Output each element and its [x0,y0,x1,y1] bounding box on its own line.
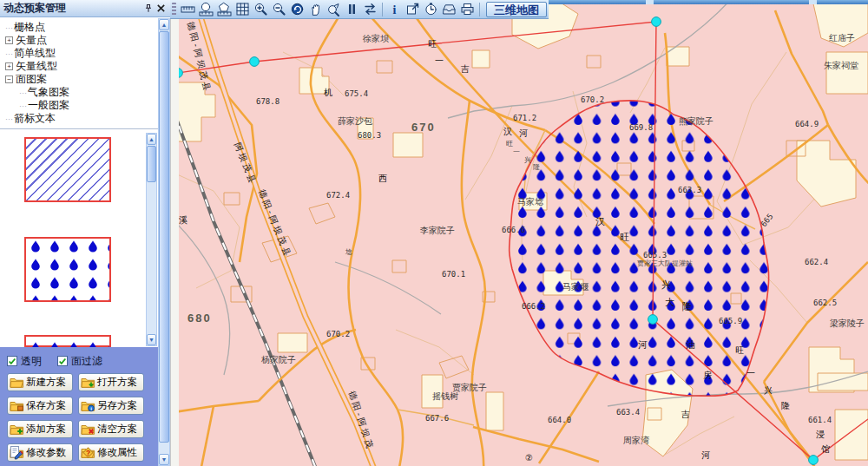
tree-item-4[interactable]: +矢量线型 [0,60,158,73]
expand-icon[interactable]: + [5,62,13,70]
measure-circle-button[interactable] [197,1,215,18]
map-3d-button[interactable]: 三维地图 [486,2,547,17]
swatch-scrollbar[interactable]: ▲ ▼ [146,133,157,346]
plan-button-2[interactable]: 打开方案 [78,373,144,391]
measure-ruler-button[interactable] [179,1,197,18]
check-icon [8,357,16,366]
map-label: 旺 [506,140,513,148]
add-plan-folder-icon [10,422,24,436]
tree-item-6[interactable]: ···气象图案 [0,86,158,99]
print-icon [460,2,475,16]
map-label: 埝 [345,248,352,256]
map-label: 房 [703,371,712,380]
vertex-handle[interactable] [648,315,658,325]
measure-polygon-button[interactable] [215,1,233,18]
plan-button-5[interactable]: 添加方案 [7,420,73,438]
building-block [826,52,868,94]
export-icon [405,2,420,16]
plan-button-label: 修改参数 [26,446,66,459]
collapse-icon[interactable]: − [5,75,13,83]
sidebar-scrollbar[interactable]: ▲ ▼ [158,18,170,466]
toolbar-grip-handle[interactable] [172,3,176,16]
tree-item-5[interactable]: −面图案 [0,73,158,86]
plan-button-6[interactable]: 清空方案 [78,420,144,438]
partial-pattern-swatch[interactable] [24,335,111,347]
map-label: 隆 [781,401,790,410]
grid-icon [235,2,250,16]
map-label: 旺 [428,39,437,49]
swatch-scroll-thumb[interactable] [147,146,156,182]
tree-connector: ··· [19,89,27,97]
swap-refresh-button[interactable] [361,1,379,18]
measure-polygon-icon [217,2,232,16]
map-label: 吉 [681,410,690,419]
open-plan-folder-icon [81,375,95,390]
close-icon[interactable] [155,3,167,15]
tree-item-2[interactable]: +矢量点 [0,34,158,47]
saveas-plan-folder-icon: i [81,398,95,413]
clock-button[interactable] [422,1,440,18]
plan-button-label: 修改属性 [97,446,137,459]
expand-icon[interactable]: + [5,36,13,44]
swatch-scroll-up-arrow[interactable]: ▲ [147,134,156,145]
toolbar-separator [479,3,480,16]
checkbox-2[interactable] [57,356,68,366]
svg-text:?: ? [86,449,90,457]
print-button[interactable] [458,1,477,18]
tree-item-7[interactable]: ···一般图案 [0,99,158,112]
plan-button-1[interactable]: 新建方案 [7,373,73,391]
map-label: 兴 [661,279,671,290]
plan-button-label: 另存方案 [97,399,137,412]
globe-back-button[interactable] [288,1,306,18]
pan-hand-button[interactable] [306,1,325,18]
tree-item-8[interactable]: ···箭标文本 [0,112,158,125]
vertex-handle[interactable] [809,456,819,465]
building-block [393,133,423,157]
drops-pattern-swatch[interactable] [24,237,111,302]
vertex-handle[interactable] [652,17,661,27]
sidebar-scroll-thumb[interactable] [159,31,169,443]
map-label: 贾家院子 [452,383,487,392]
map-label: 贾家三大队提灌站 [637,259,693,267]
tree-connector: ··· [5,49,13,58]
map-label: 兴 [524,156,531,164]
zoom-previous-button[interactable] [325,1,343,18]
map-label: 兴 [764,385,773,395]
archive-button[interactable] [440,1,458,18]
vertex-handle[interactable] [250,57,260,67]
checkbox-1[interactable] [7,356,17,366]
plan-button-7[interactable]: 修改参数 [7,443,73,462]
map-label: 680 [187,312,212,325]
plan-button-3[interactable]: 保存方案 [7,397,73,415]
map-label: 667.6 [425,414,449,423]
map-label: 680.3 [358,131,381,140]
sidebar-scroll-up-arrow[interactable]: ▲ [159,19,169,30]
plan-button-8[interactable]: ?修改属性 [78,443,144,462]
plan-button-label: 新建方案 [26,376,66,389]
map-label: 徐家坝 [362,34,389,43]
edit-params-icon [10,445,24,460]
swatch-scroll-down-arrow[interactable]: ▼ [147,334,156,345]
grid-button[interactable] [233,1,252,18]
map-label: 664.0 [548,416,571,424]
tree-item-1[interactable]: ···栅格点 [0,21,158,34]
pause-button[interactable] [343,1,361,18]
zoom-in-button[interactable] [252,1,270,18]
export-button[interactable] [404,1,422,18]
toolbar-separator [382,3,383,16]
vertical-splitter[interactable] [170,0,179,466]
pin-icon[interactable] [142,3,155,15]
info-button[interactable]: i [385,1,404,18]
plan-button-4[interactable]: i另存方案 [78,397,144,415]
clock-icon [424,2,438,16]
map-label: 河 [701,450,710,460]
building-block [818,373,868,391]
swap-refresh-icon [363,2,378,16]
tree-item-3[interactable]: ···简单线型 [0,47,158,60]
map-canvas[interactable]: 徐家坝红庙子朱家祠堂678.8机675.4薛家沙包680.3670671.267… [179,0,868,466]
map-label: 红庙子 [829,33,855,43]
map-label: 汉 [503,127,512,136]
zoom-out-button[interactable] [270,1,288,18]
sidebar-scroll-down-arrow[interactable]: ▼ [159,454,169,465]
hatch-pattern-swatch[interactable] [24,137,111,202]
